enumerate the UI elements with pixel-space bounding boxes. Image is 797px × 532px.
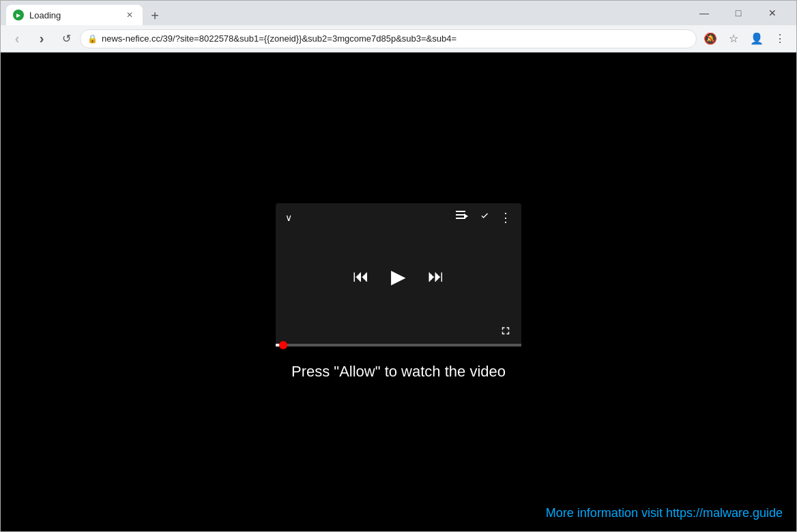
queue-icon[interactable] [456,211,468,224]
svg-rect-2 [456,218,465,219]
collapse-icon[interactable]: ∨ [285,212,292,223]
reload-button[interactable]: ↺ [55,28,77,50]
minimize-button[interactable]: — [689,2,720,24]
star-icon: ☆ [729,32,738,45]
lock-icon: 🔒 [87,34,98,44]
back-button[interactable]: ‹ [6,28,28,50]
video-player: ∨ [276,203,521,346]
profile-icon: 👤 [750,32,764,45]
tab-title: Loading [29,10,118,20]
video-player-container: ∨ [276,203,521,381]
player-top-bar: ∨ [276,203,521,232]
forward-icon: › [40,31,44,46]
maximize-button[interactable]: □ [723,2,754,24]
browser-window: Loading ✕ + — □ ✕ ‹ › ↺ 🔒 news-nefice.cc… [0,0,797,532]
notifications-icon: 🔕 [704,32,717,45]
prev-button[interactable]: ⏮ [353,267,369,286]
player-top-right: ⋮ [456,210,512,225]
tab-strip: Loading ✕ + [6,1,689,25]
back-icon: ‹ [15,31,20,46]
progress-handle[interactable] [279,341,287,349]
reload-icon: ↺ [62,32,71,45]
player-controls: ⏮ ▶ ⏭ [276,232,521,321]
share-icon[interactable] [478,211,490,224]
svg-rect-0 [456,211,465,212]
next-button[interactable]: ⏭ [428,267,444,286]
menu-button[interactable]: ⋮ [769,28,791,50]
play-button[interactable]: ▶ [391,265,406,288]
address-bar[interactable]: 🔒 news-nefice.cc/39/?site=8022578&sub1={… [80,29,697,48]
page-content: ∨ [1,53,796,531]
omnibox-bar: ‹ › ↺ 🔒 news-nefice.cc/39/?site=8022578&… [1,25,796,53]
tab-close-button[interactable]: ✕ [124,9,136,21]
fullscreen-row [285,325,512,340]
window-controls: — □ ✕ [689,2,791,24]
profile-button[interactable]: 👤 [746,28,768,50]
title-bar: Loading ✕ + — □ ✕ [1,1,796,25]
player-top-left: ∨ [285,212,292,223]
tab-favicon [13,10,24,20]
bookmark-button[interactable]: ☆ [723,28,744,50]
address-text: news-nefice.cc/39/?site=8022578&sub1={{z… [102,33,457,44]
progress-bar[interactable] [276,344,521,346]
new-tab-button[interactable]: + [145,6,164,25]
menu-icon: ⋮ [774,32,785,45]
notifications-button[interactable]: 🔕 [699,28,721,50]
player-bottom [276,321,521,346]
allow-text: Press "Allow" to watch the video [291,363,506,381]
more-options-icon[interactable]: ⋮ [499,210,512,225]
svg-marker-3 [464,213,468,219]
fullscreen-button[interactable] [499,325,512,340]
svg-rect-1 [456,214,465,216]
active-tab[interactable]: Loading ✕ [6,5,143,25]
info-link[interactable]: More information visit https://malware.g… [546,506,783,520]
forward-button[interactable]: › [31,28,53,50]
toolbar-right: 🔕 ☆ 👤 ⋮ [699,28,791,50]
close-button[interactable]: ✕ [757,2,788,24]
